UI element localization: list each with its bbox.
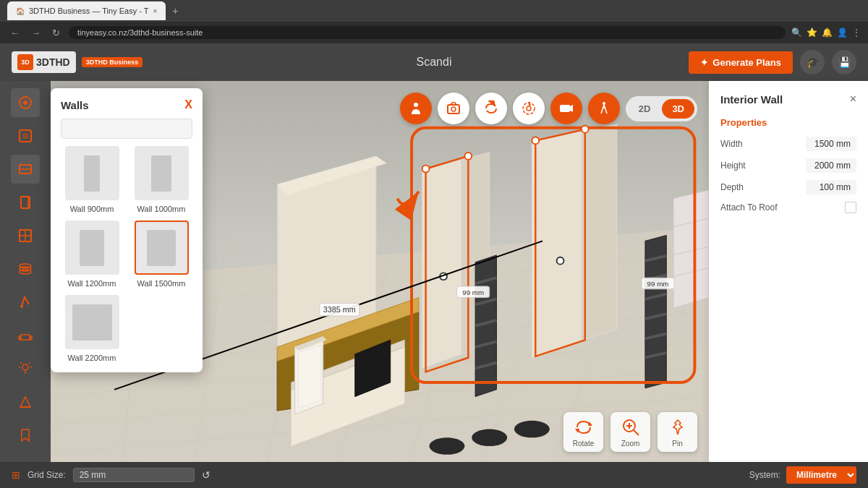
property-row-depth: Depth 100 mm — [720, 180, 856, 194]
wall-preview-1000 — [135, 146, 189, 200]
depth-value: 100 mm — [806, 180, 856, 194]
rotate-view-button[interactable] — [475, 93, 507, 124]
app-body: Walls X Wall 900mm Wall 1000mm Wa — [0, 81, 868, 488]
svg-point-79 — [464, 153, 472, 160]
reset-button[interactable]: ↺ — [202, 469, 210, 481]
help-button[interactable]: 🎓 — [800, 50, 825, 74]
tab-close-icon[interactable]: × — [153, 7, 157, 15]
app-header: 3D 3DTHD 3DTHD Business Scandi ✦ Generat… — [0, 43, 868, 81]
browser-search-icon[interactable]: 🔍 — [791, 27, 802, 38]
wall-preview-1200 — [65, 221, 119, 275]
svg-rect-92 — [448, 105, 459, 114]
view-toggle: 2D 3D — [626, 96, 697, 121]
attach-label: Attach To Roof — [720, 202, 778, 213]
camera-mode-button[interactable] — [550, 93, 582, 124]
svg-point-80 — [532, 137, 539, 144]
forward-button[interactable]: → — [28, 26, 43, 40]
pin-label: Pin — [672, 440, 682, 448]
walls-search-input[interactable] — [61, 119, 192, 139]
sidebar-bookmark-icon[interactable] — [11, 421, 40, 450]
person-view-button[interactable] — [400, 93, 432, 124]
back-button[interactable]: ← — [7, 26, 22, 40]
browser-menu-icon[interactable]: ⋮ — [852, 27, 861, 38]
svg-point-91 — [414, 103, 418, 107]
attach-checkbox[interactable] — [845, 202, 856, 213]
browser-user-icon[interactable]: 👤 — [837, 27, 848, 38]
save-icon: 💾 — [838, 56, 851, 68]
system-section: System: Millimetre Inches — [749, 466, 856, 484]
sidebar-cube-icon[interactable] — [11, 121, 40, 150]
svg-point-78 — [422, 166, 430, 173]
wall-preview-2200 — [65, 295, 119, 349]
sidebar-fill-icon[interactable] — [11, 388, 40, 416]
svg-rect-3 — [22, 133, 28, 139]
refresh-button[interactable]: ↻ — [49, 26, 63, 40]
walk-mode-button[interactable] — [588, 93, 620, 124]
wall-label-2200: Wall 2200mm — [68, 354, 116, 362]
wall-item-1500[interactable]: Wall 1500mm — [130, 221, 192, 288]
tab-label: 3DTHD Business — Tiny Easy - T — [29, 7, 148, 15]
address-bar[interactable]: tinyeasy.co.nz/3dthd-business-suite — [69, 26, 786, 39]
svg-point-95 — [527, 106, 531, 111]
tab-add-button[interactable]: + — [172, 5, 178, 17]
browser-star-icon[interactable]: ⭐ — [807, 27, 817, 38]
wall-preview-900 — [65, 146, 119, 200]
svg-point-1 — [23, 100, 27, 105]
svg-marker-66 — [298, 345, 320, 408]
properties-close-button[interactable]: × — [850, 93, 856, 106]
svg-marker-45 — [582, 124, 617, 340]
rotate-control[interactable]: Rotate — [563, 412, 603, 452]
sidebar-doors-icon[interactable] — [11, 188, 40, 217]
browser-icon-area: 🔍 ⭐ 🔔 👤 ⋮ — [791, 27, 861, 38]
svg-line-22 — [21, 363, 22, 364]
sidebar-light-icon[interactable] — [11, 354, 40, 383]
browser-nav: ← → ↻ tinyeasy.co.nz/3dthd-business-suit… — [0, 22, 868, 43]
header-actions: ✦ Generate Plans 🎓 💾 — [689, 50, 856, 74]
svg-marker-98 — [570, 105, 573, 112]
svg-point-81 — [582, 126, 589, 133]
view-2d-button[interactable]: 2D — [629, 99, 661, 119]
wall-item-1200[interactable]: Wall 1200mm — [61, 221, 123, 288]
wall-preview-1500 — [135, 221, 189, 275]
sidebar-layers-icon[interactable] — [11, 254, 40, 283]
walls-grid: Wall 900mm Wall 1000mm Wall 1200mm Wall … — [61, 146, 192, 362]
logo-area: 3D 3DTHD 3DTHD Business — [12, 51, 142, 73]
pin-control[interactable]: Pin — [658, 412, 697, 452]
sidebar-move-icon[interactable] — [11, 88, 40, 117]
svg-text:3385 mm: 3385 mm — [323, 305, 356, 314]
save-button[interactable]: 💾 — [832, 50, 856, 74]
sidebar-windows-icon[interactable] — [11, 221, 40, 250]
svg-point-14 — [20, 305, 23, 308]
logo-cube-icon: 3D — [17, 54, 33, 70]
svg-marker-42 — [422, 160, 461, 369]
svg-point-67 — [429, 437, 464, 454]
camera-button[interactable] — [438, 93, 469, 124]
wall-label-900: Wall 900mm — [70, 205, 114, 213]
bottom-toolbar: ⊞ Grid Size: ↺ System: Millimetre Inches — [0, 462, 868, 488]
wall-label-1500: Wall 1500mm — [137, 279, 186, 288]
walls-panel-close-button[interactable]: X — [184, 98, 192, 111]
sidebar-paint-icon[interactable] — [11, 288, 40, 317]
browser-tab[interactable]: 🏠 3DTHD Business — Tiny Easy - T × — [7, 1, 166, 20]
app-title: Scandi — [417, 56, 452, 69]
browser-bell-icon[interactable]: 🔔 — [822, 27, 833, 38]
sidebar-walls-icon[interactable] — [11, 155, 40, 184]
wall-item-2200[interactable]: Wall 2200mm — [61, 295, 123, 362]
view-3d-button[interactable]: 3D — [662, 99, 694, 119]
svg-point-69 — [514, 421, 550, 437]
svg-rect-15 — [20, 335, 30, 340]
system-select[interactable]: Millimetre Inches — [786, 466, 856, 484]
generate-plans-button[interactable]: ✦ Generate Plans — [689, 51, 793, 74]
logo-badge: 3DTHD Business — [82, 57, 143, 67]
zoom-control[interactable]: Zoom — [610, 412, 650, 452]
wall-item-1000[interactable]: Wall 1000mm — [130, 146, 192, 213]
grid-icon: ⊞ — [12, 469, 20, 481]
svg-marker-44 — [532, 132, 581, 358]
grid-size-input[interactable] — [73, 468, 195, 482]
sidebar-sofa-icon[interactable] — [11, 321, 40, 350]
logo-3dthd: 3D 3DTHD — [12, 51, 76, 73]
property-row-height: Height 2000 mm — [720, 158, 856, 173]
settings-button[interactable] — [513, 93, 545, 124]
rotate-label: Rotate — [573, 440, 594, 448]
wall-item-900[interactable]: Wall 900mm — [61, 146, 123, 213]
